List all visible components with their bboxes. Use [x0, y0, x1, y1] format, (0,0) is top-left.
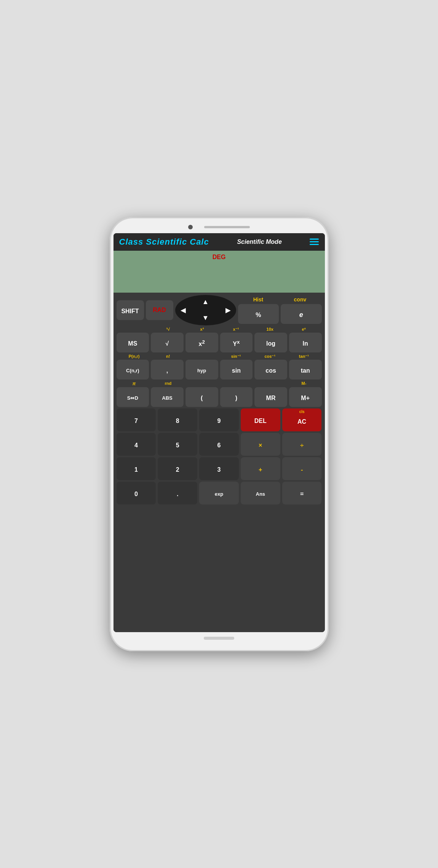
lparen-button[interactable]: (: [185, 387, 218, 407]
del-button[interactable]: DEL: [241, 408, 280, 431]
x2-button[interactable]: x2: [185, 333, 218, 352]
seven-button[interactable]: 7: [117, 408, 156, 431]
log-button[interactable]: log: [254, 333, 287, 352]
menu-line-3: [310, 244, 319, 245]
row3-buttons: S⇔D ABS ( ) MR M+: [117, 387, 322, 407]
sin-button[interactable]: sin: [220, 360, 253, 380]
nine-button[interactable]: 9: [199, 408, 239, 431]
nav-down-button[interactable]: ▼: [200, 312, 211, 324]
deg-indicator: DEG: [213, 254, 226, 261]
e-const-label: e: [299, 311, 303, 319]
calculator: Class Scientific Calc Scientific Mode DE…: [113, 233, 325, 632]
nav-left-button[interactable]: ◀: [177, 304, 189, 316]
display: DEG: [113, 251, 325, 293]
numpad-row3: 1 2 3 + -: [117, 457, 322, 480]
numpad-row2: 4 5 6 × ÷: [117, 433, 322, 456]
cos-button[interactable]: cos: [254, 360, 287, 380]
exp-button[interactable]: exp: [199, 482, 239, 504]
row2-labels: P(n,r) n! sin⁻¹ cos⁻¹ tan⁻¹: [117, 354, 322, 359]
phone-frame: Class Scientific Calc Scientific Mode DE…: [110, 217, 329, 651]
yx-button[interactable]: Yx: [220, 333, 253, 352]
mode-label: Scientific Mode: [237, 239, 281, 245]
sqrt-button[interactable]: √: [151, 333, 184, 352]
conv-label: conv: [294, 296, 307, 303]
ans-button[interactable]: Ans: [241, 482, 280, 504]
cnr-button[interactable]: C(n,r): [117, 360, 149, 380]
row2-buttons: C(n,r) , hyp sin cos tan: [117, 360, 322, 380]
e-const-button[interactable]: e: [281, 304, 322, 324]
row1-labels: ³√ x³ x⁻¹ 10x eˣ: [117, 327, 322, 332]
mul-button[interactable]: ×: [241, 433, 280, 456]
six-button[interactable]: 6: [199, 433, 239, 456]
zero-button[interactable]: 0: [117, 482, 156, 504]
shift-button[interactable]: SHIFT: [117, 300, 144, 320]
menu-line-1: [310, 239, 319, 240]
row3-labels: π rnd M-: [117, 381, 322, 386]
menu-button[interactable]: [310, 239, 319, 245]
s2d-button[interactable]: S⇔D: [117, 387, 149, 407]
div-button[interactable]: ÷: [282, 433, 322, 456]
minus-button[interactable]: -: [282, 457, 322, 480]
speaker: [204, 226, 250, 228]
ac-button[interactable]: cls AC: [282, 408, 322, 431]
numpad-row4: 0 . exp Ans =: [117, 482, 322, 504]
app-title: Class Scientific Calc: [119, 237, 209, 247]
home-bar: [204, 637, 234, 640]
comma-button[interactable]: ,: [151, 360, 184, 380]
nav-right-button[interactable]: ▶: [222, 304, 234, 316]
two-button[interactable]: 2: [158, 457, 197, 480]
buttons-area: SHIFT RAD ▲ ◀ ▶ ▼ Hist conv: [113, 293, 325, 632]
dot-button[interactable]: .: [158, 482, 197, 504]
display-expression: [118, 261, 320, 283]
abs-button[interactable]: ABS: [151, 387, 184, 407]
four-button[interactable]: 4: [117, 433, 156, 456]
five-button[interactable]: 5: [158, 433, 197, 456]
nav-row: SHIFT RAD ▲ ◀ ▶ ▼ Hist conv: [117, 295, 322, 325]
equals-button[interactable]: =: [282, 482, 322, 504]
hist-label: Hist: [253, 296, 263, 303]
ms-button[interactable]: MS: [117, 333, 149, 352]
nav-oval: ▲ ◀ ▶ ▼: [175, 295, 236, 325]
plus-button[interactable]: +: [241, 457, 280, 480]
eight-button[interactable]: 8: [158, 408, 197, 431]
percent-button[interactable]: %: [238, 304, 279, 324]
one-button[interactable]: 1: [117, 457, 156, 480]
three-button[interactable]: 3: [199, 457, 239, 480]
hyp-button[interactable]: hyp: [185, 360, 218, 380]
mr-button[interactable]: MR: [254, 387, 287, 407]
numpad-row1: 7 8 9 DEL cls AC: [117, 408, 322, 431]
rad-label: RAD: [153, 307, 166, 314]
tan-button[interactable]: tan: [289, 360, 322, 380]
nav-up-button[interactable]: ▲: [200, 296, 211, 308]
camera-icon: [188, 225, 193, 229]
menu-line-2: [310, 241, 319, 242]
row1-buttons: MS √ x2 Yx log ln: [117, 333, 322, 352]
phone-top: [113, 225, 325, 229]
header: Class Scientific Calc Scientific Mode: [113, 233, 325, 251]
ln-button[interactable]: ln: [289, 333, 322, 352]
rad-button[interactable]: RAD: [146, 300, 173, 320]
mplus-button[interactable]: M+: [289, 387, 322, 407]
rparen-button[interactable]: ): [220, 387, 253, 407]
percent-label: %: [256, 312, 261, 319]
